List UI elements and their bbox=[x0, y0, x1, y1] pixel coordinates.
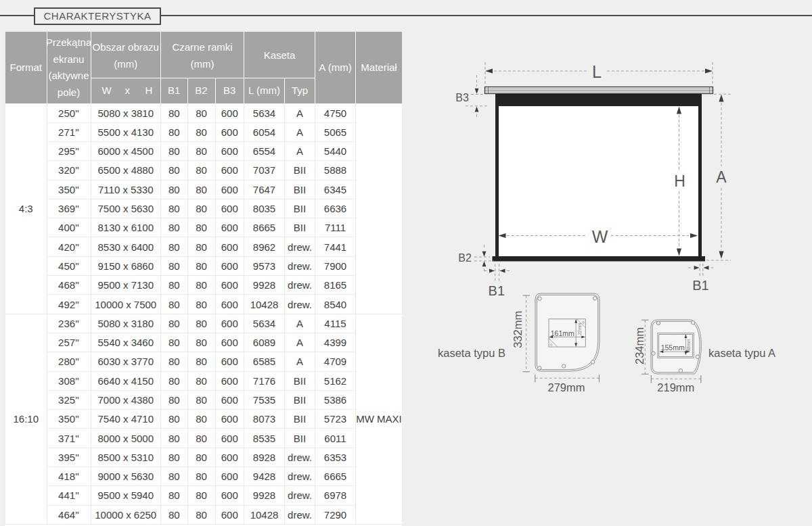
svg-text:279mm: 279mm bbox=[547, 381, 585, 393]
svg-text:kaseta typu B: kaseta typu B bbox=[438, 347, 505, 359]
svg-text:B1: B1 bbox=[489, 283, 505, 298]
svg-text:161mm: 161mm bbox=[551, 329, 574, 337]
svg-text:155mm: 155mm bbox=[661, 343, 685, 352]
svg-text:219mm: 219mm bbox=[657, 381, 694, 393]
svg-text:22mm: 22mm bbox=[577, 322, 582, 335]
svg-text:332mm: 332mm bbox=[512, 311, 524, 348]
svg-text:W: W bbox=[592, 227, 608, 246]
svg-text:L: L bbox=[592, 62, 602, 81]
svg-text:B2: B2 bbox=[458, 252, 472, 264]
svg-text:B1: B1 bbox=[692, 278, 708, 293]
svg-text:H: H bbox=[674, 172, 685, 190]
svg-text:88mm: 88mm bbox=[686, 339, 691, 351]
svg-text:kaseta typu A: kaseta typu A bbox=[708, 347, 775, 359]
svg-text:234mm: 234mm bbox=[633, 327, 646, 364]
svg-text:A: A bbox=[716, 168, 727, 186]
svg-text:B3: B3 bbox=[455, 92, 469, 103]
